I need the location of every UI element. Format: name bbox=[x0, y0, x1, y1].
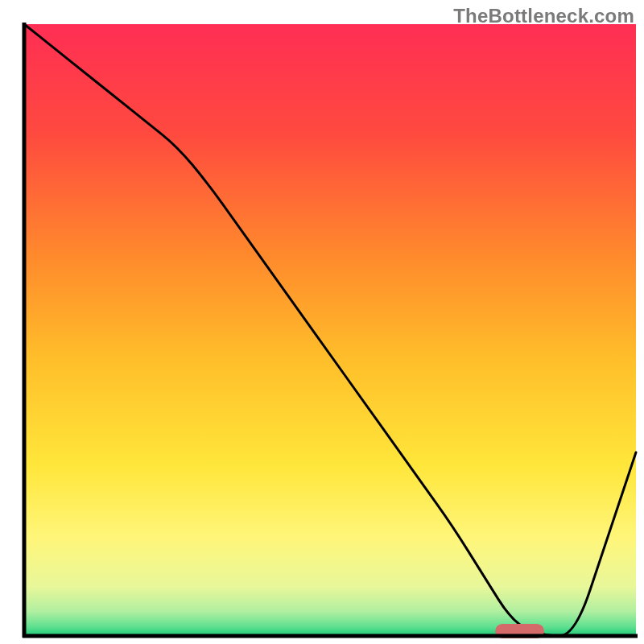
chart-container: TheBottleneck.com bbox=[0, 0, 644, 644]
plot-background bbox=[24, 24, 636, 636]
bottleneck-chart bbox=[0, 0, 644, 644]
watermark-text: TheBottleneck.com bbox=[453, 5, 634, 27]
